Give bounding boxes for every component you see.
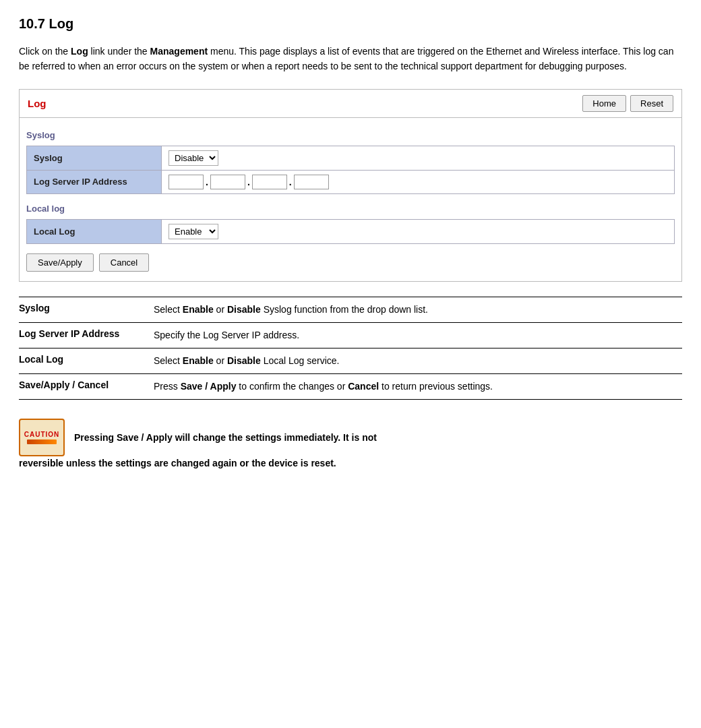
page-title: 10.7 Log <box>19 16 682 32</box>
ip-octet-2[interactable] <box>210 175 245 189</box>
desc-logserver-desc: Specify the Log Server IP address. <box>154 322 682 348</box>
ip-dot-2: . <box>247 177 251 187</box>
ip-dot-1: . <box>205 177 209 187</box>
desc-syslog-row: Syslog Select Enable or Disable Syslog f… <box>19 297 682 322</box>
desc-locallog-name: Local Log <box>19 348 154 373</box>
caution-second-text: reversible unless the settings are chang… <box>19 458 682 468</box>
action-buttons: Save/Apply Cancel <box>26 253 675 272</box>
syslog-section-label: Syslog <box>26 130 675 140</box>
desc-locallog-disable: Disable <box>227 355 261 366</box>
log-panel: Log Home Reset Syslog Syslog Disable Ena… <box>19 89 682 282</box>
ip-address-inputs: . . . <box>169 175 667 189</box>
desc-logserver-row: Log Server IP Address Specify the Log Se… <box>19 322 682 348</box>
syslog-value: Disable Enable <box>162 146 675 170</box>
intro-log-bold: Log <box>71 46 88 57</box>
panel-header: Log Home Reset <box>20 90 681 118</box>
home-button[interactable]: Home <box>582 95 626 112</box>
caution-bar <box>27 439 57 444</box>
caution-icon-inner: CAUTION <box>24 431 60 444</box>
cancel-button[interactable]: Cancel <box>99 253 149 272</box>
desc-syslog-desc: Select Enable or Disable Syslog function… <box>154 297 682 322</box>
intro-paragraph: Click on the Log link under the Manageme… <box>19 44 682 74</box>
description-table: Syslog Select Enable or Disable Syslog f… <box>19 297 682 400</box>
desc-locallog-row: Local Log Select Enable or Disable Local… <box>19 348 682 373</box>
intro-text-2: link under the <box>88 46 150 57</box>
syslog-table: Syslog Disable Enable Log Server IP Addr… <box>26 146 675 194</box>
desc-savecancel-name: Save/Apply / Cancel <box>19 373 154 399</box>
desc-saveapply-bold: Save / Apply <box>181 381 237 392</box>
intro-management-bold: Management <box>150 46 208 57</box>
caution-row: CAUTION Pressing Save / Apply will chang… <box>19 419 682 456</box>
caution-section: CAUTION Pressing Save / Apply will chang… <box>19 419 682 468</box>
desc-locallog-enable: Enable <box>183 355 214 366</box>
log-server-ip-value: . . . <box>162 170 675 193</box>
desc-syslog-enable: Enable <box>183 304 214 315</box>
desc-syslog-name: Syslog <box>19 297 154 322</box>
locallog-row: Local Log Enable Disable <box>27 219 675 243</box>
desc-savecancel-desc: Press Save / Apply to confirm the change… <box>154 373 682 399</box>
desc-syslog-disable: Disable <box>227 304 261 315</box>
desc-logserver-name: Log Server IP Address <box>19 322 154 348</box>
ip-octet-3[interactable] <box>252 175 287 189</box>
ip-dot-3: . <box>288 177 293 187</box>
save-apply-button[interactable]: Save/Apply <box>26 253 94 272</box>
locallog-section-label: Local log <box>26 204 675 214</box>
panel-buttons: Home Reset <box>582 95 673 112</box>
caution-icon: CAUTION <box>19 419 65 456</box>
panel-title-label: Log <box>28 98 47 109</box>
desc-savecancel-row: Save/Apply / Cancel Press Save / Apply t… <box>19 373 682 399</box>
panel-body: Syslog Syslog Disable Enable Log Server … <box>20 118 681 281</box>
caution-main-text: Pressing Save / Apply will change the se… <box>74 430 377 445</box>
log-server-ip-row: Log Server IP Address . . . <box>27 170 675 193</box>
reset-button[interactable]: Reset <box>630 95 673 112</box>
syslog-select[interactable]: Disable Enable <box>169 150 218 166</box>
locallog-table: Local Log Enable Disable <box>26 219 675 244</box>
locallog-label: Local Log <box>27 219 162 243</box>
locallog-select[interactable]: Enable Disable <box>169 224 218 239</box>
caution-word: CAUTION <box>24 431 60 438</box>
desc-locallog-desc: Select Enable or Disable Local Log servi… <box>154 348 682 373</box>
locallog-value: Enable Disable <box>162 219 675 243</box>
desc-cancel-bold: Cancel <box>348 381 379 392</box>
syslog-label: Syslog <box>27 146 162 170</box>
syslog-row: Syslog Disable Enable <box>27 146 675 170</box>
ip-octet-4[interactable] <box>294 175 329 189</box>
log-server-ip-label: Log Server IP Address <box>27 170 162 193</box>
intro-text-1: Click on the <box>19 46 71 57</box>
ip-octet-1[interactable] <box>169 175 204 189</box>
